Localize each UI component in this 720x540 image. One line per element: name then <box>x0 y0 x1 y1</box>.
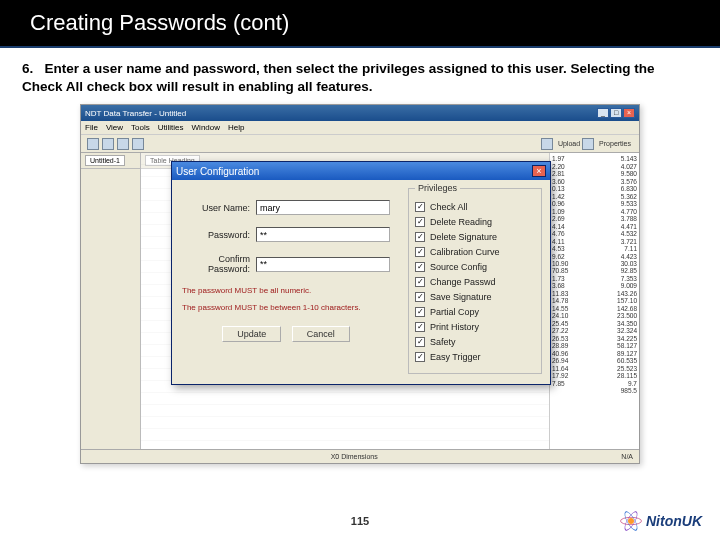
menu-file[interactable]: File <box>85 123 98 132</box>
app-titlebar: NDT Data Transfer - Untitled _ □ × <box>81 105 639 121</box>
data-row: 70.8592.85 <box>552 267 637 274</box>
instruction-block: 6. Enter a user name and password, then … <box>0 48 720 104</box>
left-panel: Untitled-1 <box>81 153 141 449</box>
tool-icon[interactable] <box>102 138 114 150</box>
privilege-checkbox[interactable]: ✓ <box>415 217 425 227</box>
hint-length: The password MUST be between 1-10 charac… <box>182 303 390 312</box>
toolbar-label-properties: Properties <box>599 140 631 147</box>
data-row: 3.689.009 <box>552 282 637 289</box>
privilege-checkbox[interactable]: ✓ <box>415 202 425 212</box>
privilege-calibration-curve: ✓Calibration Curve <box>415 247 535 257</box>
password-label: Password: <box>182 230 256 240</box>
dialog-close-button[interactable]: × <box>532 165 546 177</box>
data-row: 4.537.11 <box>552 245 637 252</box>
cancel-button[interactable]: Cancel <box>292 326 350 342</box>
step-text: Enter a user name and password, then sel… <box>22 61 654 94</box>
data-row: 2.819.580 <box>552 170 637 177</box>
data-row: 4.144.471 <box>552 223 637 230</box>
privilege-checkbox[interactable]: ✓ <box>415 307 425 317</box>
data-row: 7.859.7 <box>552 380 637 387</box>
privilege-checkbox[interactable]: ✓ <box>415 322 425 332</box>
data-row: 1.094.770 <box>552 208 637 215</box>
page-number: 115 <box>351 515 369 527</box>
tool-icon[interactable] <box>132 138 144 150</box>
tool-icon[interactable] <box>541 138 553 150</box>
data-row: 4.113.721 <box>552 238 637 245</box>
user-config-dialog: User Configuration × User Name: Password… <box>171 161 551 385</box>
dialog-title: User Configuration <box>176 166 532 177</box>
data-row: 3.603.576 <box>552 178 637 185</box>
data-column: 1.975.1432.204.0272.819.5803.603.5760.13… <box>549 153 639 449</box>
dialog-titlebar: User Configuration × <box>172 162 550 180</box>
tool-icon[interactable] <box>582 138 594 150</box>
privilege-label: Delete Signature <box>430 232 497 242</box>
privileges-group: Privileges ✓Check All✓Delete Reading✓Del… <box>408 188 542 374</box>
privilege-delete-signature: ✓Delete Signature <box>415 232 535 242</box>
close-button[interactable]: × <box>623 108 635 118</box>
menubar: File View Tools Utilities Window Help <box>81 121 639 135</box>
privilege-label: Print History <box>430 322 479 332</box>
privilege-change-passwd: ✓Change Passwd <box>415 277 535 287</box>
data-row: 11.6425.523 <box>552 365 637 372</box>
menu-help[interactable]: Help <box>228 123 244 132</box>
data-row: 14.55142.68 <box>552 305 637 312</box>
privilege-checkbox[interactable]: ✓ <box>415 277 425 287</box>
doc-tab[interactable]: Untitled-1 <box>85 155 125 166</box>
step-number: 6. <box>22 61 33 76</box>
brand-logo: NitonUK <box>620 510 702 532</box>
data-row: 4.764.532 <box>552 230 637 237</box>
password-input[interactable] <box>256 227 390 242</box>
data-row: 26.5334.225 <box>552 335 637 342</box>
data-row: 1.425.362 <box>552 193 637 200</box>
update-button[interactable]: Update <box>222 326 281 342</box>
data-row: 28.8958.127 <box>552 342 637 349</box>
data-row: 17.9228.115 <box>552 372 637 379</box>
menu-tools[interactable]: Tools <box>131 123 150 132</box>
privilege-checkbox[interactable]: ✓ <box>415 262 425 272</box>
privilege-source-config: ✓Source Config <box>415 262 535 272</box>
privilege-checkbox[interactable]: ✓ <box>415 337 425 347</box>
privilege-label: Easy Trigger <box>430 352 481 362</box>
data-row: 11.83143.26 <box>552 290 637 297</box>
confirm-label: Confirm Password: <box>182 254 256 274</box>
statusbar: X0 Dimensions N/A <box>81 449 639 463</box>
data-row: 14.78157.10 <box>552 297 637 304</box>
menu-window[interactable]: Window <box>192 123 220 132</box>
privilege-label: Source Config <box>430 262 487 272</box>
privilege-checkbox[interactable]: ✓ <box>415 292 425 302</box>
data-row: 1.975.143 <box>552 155 637 162</box>
privilege-print-history: ✓Print History <box>415 322 535 332</box>
status-mid: X0 Dimensions <box>331 453 378 460</box>
data-row: 0.969.533 <box>552 200 637 207</box>
data-row: 40.9689.127 <box>552 350 637 357</box>
privilege-label: Save Signature <box>430 292 492 302</box>
privilege-save-signature: ✓Save Signature <box>415 292 535 302</box>
data-row: 0.136.830 <box>552 185 637 192</box>
data-row: 2.204.027 <box>552 163 637 170</box>
confirm-input[interactable] <box>256 257 390 272</box>
privilege-checkbox[interactable]: ✓ <box>415 232 425 242</box>
minimize-button[interactable]: _ <box>597 108 609 118</box>
data-row: 9.624.423 <box>552 253 637 260</box>
privilege-checkbox[interactable]: ✓ <box>415 352 425 362</box>
toolbar-label-upload: Upload <box>558 140 580 147</box>
status-right: N/A <box>621 453 633 460</box>
privilege-label: Calibration Curve <box>430 247 500 257</box>
privilege-easy-trigger: ✓Easy Trigger <box>415 352 535 362</box>
privilege-checkbox[interactable]: ✓ <box>415 247 425 257</box>
maximize-button[interactable]: □ <box>610 108 622 118</box>
username-label: User Name: <box>182 203 256 213</box>
privilege-safety: ✓Safety <box>415 337 535 347</box>
menu-view[interactable]: View <box>106 123 123 132</box>
username-input[interactable] <box>256 200 390 215</box>
privilege-delete-reading: ✓Delete Reading <box>415 217 535 227</box>
atom-icon <box>620 510 642 532</box>
menu-utilities[interactable]: Utilities <box>158 123 184 132</box>
hint-numeric: The password MUST be all numeric. <box>182 286 390 295</box>
privilege-label: Delete Reading <box>430 217 492 227</box>
data-row: 24.1023.500 <box>552 312 637 319</box>
data-row: 27.2232.324 <box>552 327 637 334</box>
tool-icon[interactable] <box>87 138 99 150</box>
privilege-partial-copy: ✓Partial Copy <box>415 307 535 317</box>
tool-icon[interactable] <box>117 138 129 150</box>
